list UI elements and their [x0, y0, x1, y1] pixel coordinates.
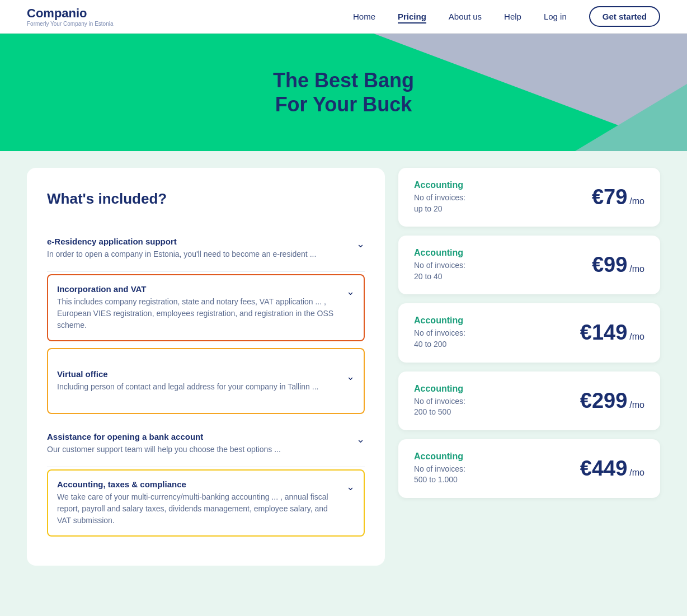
nav-link-home[interactable]: Home — [353, 12, 375, 21]
accordion-item-eresidency: e-Residency application support In order… — [47, 225, 365, 272]
nav-link-login[interactable]: Log in — [544, 12, 567, 21]
hero-content: The Best Bang For Your Buck — [273, 68, 414, 116]
accordion-desc-bank: Our customer support team will help you … — [47, 444, 350, 455]
pricing-card-1-invoices: No of invoices: up to 20 — [414, 192, 465, 214]
pricing-card-1-label: Accounting — [414, 180, 465, 190]
accordion-header-eresidency[interactable]: e-Residency application support In order… — [47, 225, 365, 271]
panel-title: What's included? — [47, 190, 365, 208]
accordion-header-virtual-office[interactable]: Virtual office Including person of conta… — [57, 358, 355, 404]
pricing-card-2-price: €99 /mo — [592, 253, 644, 277]
nav-item-help[interactable]: Help — [504, 12, 521, 22]
nav-link-about[interactable]: About us — [449, 12, 482, 21]
pricing-card-5-invoices: No of invoices: 500 to 1.000 — [414, 464, 465, 486]
pricing-card-1-price: €79 /mo — [592, 185, 644, 209]
pricing-card-2-invoices: No of invoices: 20 to 40 — [414, 260, 465, 282]
pricing-card-5-price: €449 /mo — [580, 457, 644, 481]
logo: Companio Formerly Your Company in Estoni… — [27, 6, 114, 27]
pricing-card-5: Accounting No of invoices: 500 to 1.000 … — [398, 439, 660, 498]
pricing-card-4: Accounting No of invoices: 200 to 500 €2… — [398, 372, 660, 430]
chevron-icon-eresidency: ⌄ — [356, 238, 365, 250]
pricing-card-3-label: Accounting — [414, 316, 465, 326]
logo-subtitle: Formerly Your Company in Estonia — [27, 21, 114, 27]
accordion-label-accounting: Accounting, taxes & compliance — [57, 479, 340, 489]
nav-item-about[interactable]: About us — [449, 12, 482, 22]
pricing-card-3: Accounting No of invoices: 40 to 200 €14… — [398, 303, 660, 362]
accordion-item-virtual-office: Virtual office Including person of conta… — [47, 348, 365, 414]
pricing-card-1: Accounting No of invoices: up to 20 €79 … — [398, 168, 660, 227]
nav-item-login[interactable]: Log in — [544, 12, 567, 22]
nav-links: Home Pricing About us Help Log in Get st… — [353, 6, 660, 27]
accordion-header-accounting[interactable]: Accounting, taxes & compliance We take c… — [57, 479, 355, 526]
pricing-card-3-invoices: No of invoices: 40 to 200 — [414, 328, 465, 350]
pricing-card-3-price: €149 /mo — [580, 321, 644, 345]
pricing-card-4-price: €299 /mo — [580, 389, 644, 413]
accordion-header-bank[interactable]: Assistance for opening a bank account Ou… — [47, 421, 365, 467]
pricing-card-4-label: Accounting — [414, 384, 465, 394]
accordion-label-bank: Assistance for opening a bank account — [47, 432, 350, 441]
hero-title-line1: The Best Bang — [273, 68, 414, 92]
chevron-icon-incorporation: ⌄ — [346, 285, 355, 298]
hero-section: The Best Bang For Your Buck — [0, 34, 687, 151]
accordion-desc-eresidency: In order to open a company in Estonia, y… — [47, 248, 350, 260]
accordion-label-eresidency: e-Residency application support — [47, 237, 350, 246]
hero-triangle-teal — [575, 84, 687, 151]
accordion-desc-incorporation: This includes company registration, stat… — [57, 296, 340, 331]
nav-item-cta[interactable]: Get started — [589, 6, 660, 27]
nav-item-pricing[interactable]: Pricing — [398, 12, 426, 22]
pricing-card-5-label: Accounting — [414, 452, 465, 462]
right-panel: Accounting No of invoices: up to 20 €79 … — [398, 168, 660, 566]
pricing-card-2-label: Accounting — [414, 248, 465, 258]
accordion-desc-accounting: We take care of your multi-currency/mult… — [57, 491, 340, 526]
hero-title: The Best Bang For Your Buck — [273, 68, 414, 116]
accordion-desc-virtual-office: Including person of contact and legal ad… — [57, 381, 340, 393]
main-content: What's included? e-Residency application… — [13, 151, 674, 588]
accordion-label-virtual-office: Virtual office — [57, 369, 340, 379]
get-started-button[interactable]: Get started — [589, 6, 660, 27]
accordion-item-bank: Assistance for opening a bank account Ou… — [47, 421, 365, 467]
chevron-icon-accounting: ⌄ — [346, 481, 355, 493]
nav-item-home[interactable]: Home — [353, 12, 375, 22]
accordion-item-incorporation: Incorporation and VAT This includes comp… — [47, 274, 365, 341]
hero-title-line2: For Your Buck — [273, 92, 414, 116]
pricing-card-2: Accounting No of invoices: 20 to 40 €99 … — [398, 236, 660, 294]
accordion-label-incorporation: Incorporation and VAT — [57, 284, 340, 294]
chevron-icon-bank: ⌄ — [356, 433, 365, 445]
pricing-card-4-invoices: No of invoices: 200 to 500 — [414, 396, 465, 418]
accordion-item-accounting: Accounting, taxes & compliance We take c… — [47, 469, 365, 537]
accordion-header-incorporation[interactable]: Incorporation and VAT This includes comp… — [57, 284, 355, 331]
logo-name: Companio — [27, 6, 114, 21]
chevron-icon-virtual-office: ⌄ — [346, 370, 355, 383]
nav-link-pricing[interactable]: Pricing — [398, 12, 426, 23]
navbar: Companio Formerly Your Company in Estoni… — [0, 0, 687, 34]
left-panel: What's included? e-Residency application… — [27, 168, 385, 566]
nav-link-help[interactable]: Help — [504, 12, 521, 21]
